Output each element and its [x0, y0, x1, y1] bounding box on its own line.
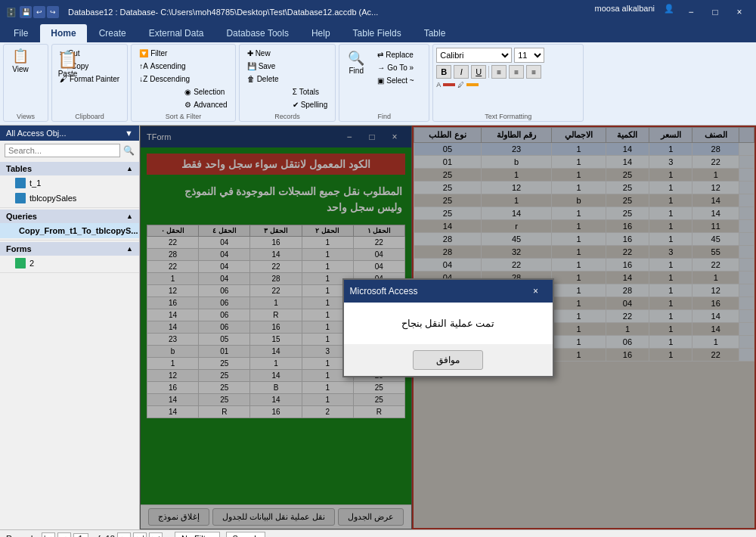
- last-record-btn[interactable]: ►|: [133, 532, 147, 538]
- maximize-button[interactable]: □: [705, 4, 726, 20]
- ribbon-group-view: 📋 View Views: [3, 44, 48, 122]
- close-button[interactable]: ×: [729, 4, 750, 20]
- descending-icon: ↓Z: [139, 75, 147, 83]
- sidebar-tables-section: Tables ▲ t_1 tblcopySales: [0, 160, 139, 208]
- table-icon-t1: [15, 178, 26, 188]
- descending-button[interactable]: ↓Z Descending: [135, 73, 194, 85]
- form-name: 2: [29, 259, 34, 268]
- tab-file[interactable]: File: [3, 24, 39, 42]
- bold-button[interactable]: B: [436, 65, 451, 79]
- spelling-button[interactable]: ✔ Spelling: [288, 99, 333, 110]
- tab-home[interactable]: Home: [40, 24, 86, 42]
- window-controls: moosa alkalbani 👤 − □ ×: [595, 4, 751, 20]
- filter-status[interactable]: No Filter: [175, 532, 220, 538]
- highlight-label: 🖊: [457, 81, 464, 88]
- dialog-ok-button[interactable]: موافق: [413, 350, 483, 370]
- spelling-icon: ✔: [293, 101, 299, 109]
- record-label: Record:: [6, 534, 36, 538]
- queries-label: Queries: [6, 212, 37, 221]
- goto-button[interactable]: → Go To »: [373, 62, 418, 73]
- dialog-body: تمت عملية النقل بنجاح: [344, 303, 553, 344]
- new-icon: ✚: [247, 49, 253, 57]
- title-bar-left: 🗄️ 💾 ↩ ↪ Database12 : Database- C:\Users…: [6, 6, 378, 18]
- ribbon-group-text-formatting: Calibri 11 B I U ≡ ≡ ≡ A 🖊: [432, 44, 584, 122]
- tab-table[interactable]: Table: [414, 24, 457, 42]
- align-left-button[interactable]: ≡: [491, 65, 507, 79]
- dialog-title-bar: Microsoft Access ×: [344, 280, 553, 303]
- replace-icon: ⇄: [377, 51, 383, 59]
- highlight-bar: [466, 83, 479, 86]
- sidebar-header: All Access Obj... ▼: [0, 126, 139, 141]
- find-button[interactable]: 🔍 Find: [342, 48, 370, 86]
- table-icon-tblcopysales: [15, 193, 26, 203]
- new-record-button[interactable]: ✚ New: [243, 48, 284, 59]
- filter-button[interactable]: 🔽 Filter: [135, 48, 194, 59]
- tables-label: Tables: [6, 164, 32, 173]
- advanced-button[interactable]: ⚙ Advanced: [180, 99, 231, 110]
- minimize-button[interactable]: −: [680, 4, 702, 20]
- delete-icon: 🗑: [247, 75, 255, 83]
- font-size-selector[interactable]: 11: [514, 48, 544, 63]
- tab-external-data[interactable]: External Data: [138, 24, 215, 42]
- save-record-icon: 💾: [247, 62, 256, 70]
- selection-icon: ◉: [184, 88, 191, 96]
- font-selector[interactable]: Calibri: [436, 48, 512, 63]
- search-icon: 🔍: [123, 145, 135, 156]
- replace-button[interactable]: ⇄ Replace: [373, 49, 418, 61]
- sidebar-item-form2[interactable]: 2: [0, 256, 139, 271]
- tab-help[interactable]: Help: [301, 24, 341, 42]
- sidebar-item-copy-query[interactable]: Copy_From_t1_To_tblcopyS...: [0, 223, 139, 238]
- sidebar-tables-header[interactable]: Tables ▲: [0, 162, 139, 175]
- ascending-button[interactable]: ↑A Ascending: [135, 61, 194, 72]
- forms-label: Forms: [6, 244, 32, 253]
- underline-button[interactable]: U: [471, 65, 486, 79]
- tab-table-fields[interactable]: Table Fields: [342, 24, 412, 42]
- view-button[interactable]: 📋 View: [7, 46, 34, 76]
- next-record-btn[interactable]: ►: [117, 532, 131, 538]
- first-record-btn[interactable]: |◄: [42, 532, 55, 538]
- ribbon-group-clipboard: ✂ Cut 📄 Copy 🖌 Format Painter 📋 Paste Cl…: [51, 44, 128, 122]
- view-group-label: Views: [4, 113, 48, 120]
- sidebar-item-tblcopysales[interactable]: tblcopySales: [0, 191, 139, 206]
- user-avatar: 👤: [664, 4, 674, 20]
- sidebar-queries-section: Queries ▲ Copy_From_t1_To_tblcopyS...: [0, 208, 139, 241]
- redo-icon[interactable]: ↪: [47, 6, 59, 18]
- select-icon: ▣: [377, 76, 384, 85]
- undo-icon[interactable]: ↩: [33, 6, 45, 18]
- app-icon: 🗄️: [6, 8, 17, 17]
- dialog-message: تمت عملية النقل بنجاح: [401, 318, 495, 329]
- text-formatting-group-label: Text Formatting: [433, 113, 583, 120]
- prev-record-btn[interactable]: ◄: [57, 532, 71, 538]
- save-icon[interactable]: 💾: [20, 6, 32, 18]
- align-center-button[interactable]: ≡: [509, 65, 524, 79]
- tab-database-tools[interactable]: Database Tools: [215, 24, 299, 42]
- align-right-button[interactable]: ≡: [526, 65, 541, 79]
- dialog-close-btn[interactable]: ×: [525, 283, 547, 300]
- sidebar-search-input[interactable]: [5, 144, 120, 157]
- font-color-label: A: [436, 81, 441, 88]
- totals-button[interactable]: Σ Totals: [288, 86, 333, 98]
- tab-create[interactable]: Create: [88, 24, 137, 42]
- paste-icon: 📋: [57, 50, 78, 70]
- record-navigator: |◄ ◄ 1 of 18 ► ►| ►*: [42, 532, 163, 538]
- dialog-footer: موافق: [344, 344, 553, 376]
- dialog-overlay: Microsoft Access × تمت عملية النقل بنجاح…: [140, 126, 756, 529]
- query-name: Copy_From_t1_To_tblcopyS...: [19, 226, 138, 235]
- table-name-t1: t_1: [29, 178, 41, 188]
- find-group-label: Find: [339, 113, 429, 120]
- search-box[interactable]: Search: [226, 532, 266, 538]
- delete-record-button[interactable]: 🗑 Delete: [243, 73, 284, 85]
- sidebar-title: All Access Obj...: [6, 129, 66, 138]
- italic-button[interactable]: I: [454, 65, 469, 79]
- save-record-button[interactable]: 💾 Save: [243, 61, 284, 72]
- selection-button[interactable]: ◉ Selection: [180, 86, 231, 98]
- sidebar-queries-header[interactable]: Queries ▲: [0, 210, 139, 223]
- new-record-nav-btn[interactable]: ►*: [149, 532, 163, 538]
- queries-chevron: ▲: [126, 213, 133, 220]
- sidebar-forms-header[interactable]: Forms ▲: [0, 242, 139, 256]
- form-icon: [15, 258, 26, 268]
- sidebar-item-t1[interactable]: t_1: [0, 175, 139, 191]
- paste-button[interactable]: 📋 Paste: [54, 48, 82, 80]
- content-area: TForm − □ × الكود المعمول لانتقل سواء سج…: [140, 126, 756, 529]
- select-button[interactable]: ▣ Select ~: [373, 75, 418, 86]
